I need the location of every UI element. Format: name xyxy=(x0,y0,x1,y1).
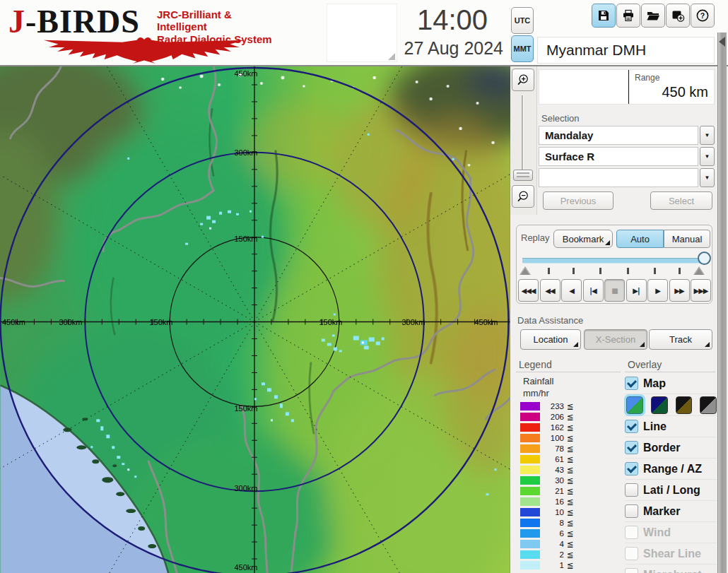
panel-scrollbar[interactable] xyxy=(717,33,727,573)
checkbox-shear-line[interactable] xyxy=(625,547,638,560)
print-button[interactable] xyxy=(616,4,640,28)
play-button[interactable]: ▶ xyxy=(647,279,668,302)
help-button[interactable]: ? xyxy=(691,4,715,28)
dropdown-value-3[interactable] xyxy=(539,168,698,187)
checkbox-range-az[interactable] xyxy=(625,462,638,475)
overlay-item-wind[interactable]: Wind xyxy=(625,522,717,543)
mmt-button[interactable]: MMT xyxy=(511,35,534,62)
x-section-button[interactable]: X-Section xyxy=(584,329,647,350)
selection-dropdown-3[interactable]: ▼ xyxy=(539,168,715,187)
previous-button[interactable]: Previous xyxy=(543,191,613,210)
dropdown-arrow-icon[interactable]: ▼ xyxy=(700,168,715,187)
utc-button[interactable]: UTC xyxy=(511,7,534,34)
track-button[interactable]: Track xyxy=(649,329,712,350)
corner-arrow-icon xyxy=(605,240,610,245)
fast-forward-button[interactable]: ▶▶ xyxy=(669,279,690,302)
save-button[interactable] xyxy=(592,4,616,28)
legend-row: 2≦ xyxy=(520,549,619,560)
overlay-item-marker[interactable]: Marker xyxy=(625,501,717,522)
step-forward-button[interactable]: ▶| xyxy=(626,279,647,302)
checkbox-line[interactable] xyxy=(625,420,638,433)
logo-tagline-line1: JRC-Brilliant & Intelligent xyxy=(157,8,284,33)
manual-button[interactable]: Manual xyxy=(664,230,710,248)
jump-end-button[interactable]: ▶▶▶ xyxy=(691,279,711,302)
legend-row: 16≦ xyxy=(520,496,619,507)
location-button[interactable]: Location xyxy=(520,329,581,350)
selection-dropdown-2[interactable]: Surface R ▼ xyxy=(539,147,715,166)
map-style-swatch-1[interactable] xyxy=(626,396,643,414)
legend-row: 10≦ xyxy=(520,507,619,517)
replay-slider[interactable] xyxy=(522,258,705,264)
slider-start-marker-icon[interactable] xyxy=(519,266,531,275)
leq-symbol: ≦ xyxy=(567,444,574,454)
clock-time: 14:00 xyxy=(382,6,488,34)
legend-value: 78 xyxy=(540,444,564,453)
overlay-item-map[interactable]: Map xyxy=(625,373,717,394)
legend-color-swatch xyxy=(520,508,540,516)
map-style-swatch-4[interactable] xyxy=(700,396,717,414)
zoom-in-button[interactable] xyxy=(512,69,534,91)
radar-map[interactable]: 450km300km150km150km300km450km450km300km… xyxy=(0,66,510,573)
legend-value: 1 xyxy=(540,561,564,569)
overlay-item-lati-long[interactable]: Lati / Long xyxy=(625,480,717,501)
logo-letter-j: J xyxy=(8,4,25,40)
fast-rewind-button[interactable]: ◀◀ xyxy=(540,279,560,302)
legend-row: 30≦ xyxy=(520,475,619,485)
range-ring-label: 450km xyxy=(234,563,257,572)
zoom-slider-handle[interactable] xyxy=(513,170,533,181)
overlay-item-microburst[interactable]: Microburst xyxy=(625,565,717,573)
stop-button[interactable]: ■ xyxy=(604,279,625,302)
overlay-item-border[interactable]: Border xyxy=(625,437,717,459)
legend-value: 6 xyxy=(540,529,564,538)
legend-value: 233 xyxy=(540,402,564,410)
dropdown-value-2[interactable]: Surface R xyxy=(539,147,698,166)
eagle-icon xyxy=(7,35,281,64)
toolbar: ? xyxy=(592,4,715,28)
corner-arrow-icon xyxy=(640,342,645,347)
bookmark-button[interactable]: Bookmark xyxy=(553,230,613,248)
leq-symbol: ≦ xyxy=(567,412,574,422)
replay-slider-ticks xyxy=(517,268,713,276)
checkbox-wind[interactable] xyxy=(625,526,638,539)
map-style-swatch-2[interactable] xyxy=(651,396,668,414)
legend-color-swatch xyxy=(520,497,540,506)
checkbox-border[interactable] xyxy=(625,441,638,454)
legend-unit: mm/hr xyxy=(523,388,549,398)
map-style-swatches xyxy=(625,394,717,416)
slider-end-marker-icon[interactable] xyxy=(693,266,705,275)
zoom-out-button[interactable] xyxy=(512,185,534,208)
zoom-slider-track[interactable] xyxy=(522,95,524,179)
checkbox-microburst[interactable] xyxy=(625,568,638,573)
legend-value: 30 xyxy=(540,476,564,485)
screen-capture-button[interactable] xyxy=(666,4,690,28)
overlay-item-label: Shear Line xyxy=(643,548,701,560)
step-back-button[interactable]: |◀ xyxy=(583,279,604,302)
range-ring-label: 150km xyxy=(319,318,342,326)
play-reverse-button[interactable]: ◀ xyxy=(561,279,582,302)
auto-button[interactable]: Auto xyxy=(616,230,664,248)
legend-row: 162≦ xyxy=(520,422,619,432)
open-folder-button[interactable] xyxy=(641,4,665,28)
jump-start-button[interactable]: ◀◀◀ xyxy=(518,279,539,302)
slider-tick xyxy=(654,268,656,274)
range-ring-label: 450km xyxy=(474,318,498,326)
dropdown-arrow-icon[interactable]: ▼ xyxy=(700,126,715,145)
checkbox-marker[interactable] xyxy=(625,504,638,518)
range-ring-label: 150km xyxy=(234,404,257,413)
map-style-swatch-3[interactable] xyxy=(676,396,693,414)
panel-collapse-arrow-icon[interactable] xyxy=(719,37,725,47)
checkbox-lati-long[interactable] xyxy=(625,483,638,497)
overlay-list: MapLineBorderRange / AZLati / LongMarker… xyxy=(625,373,717,573)
select-button[interactable]: Select xyxy=(650,191,712,210)
overlay-item-shear-line[interactable]: Shear Line xyxy=(625,543,717,565)
legend-row: 206≦ xyxy=(520,411,619,422)
replay-slider-handle[interactable] xyxy=(698,252,711,265)
overlay-item-range-az[interactable]: Range / AZ xyxy=(625,459,717,480)
leq-symbol: ≦ xyxy=(567,550,574,560)
checkbox-map[interactable] xyxy=(625,377,638,390)
overlay-item-line[interactable]: Line xyxy=(625,416,717,437)
selection-dropdown-1[interactable]: Mandalay ▼ xyxy=(539,126,715,145)
dropdown-value-1[interactable]: Mandalay xyxy=(539,126,698,145)
dropdown-arrow-icon[interactable]: ▼ xyxy=(700,147,715,166)
range-ring-label: 300km xyxy=(234,484,257,492)
